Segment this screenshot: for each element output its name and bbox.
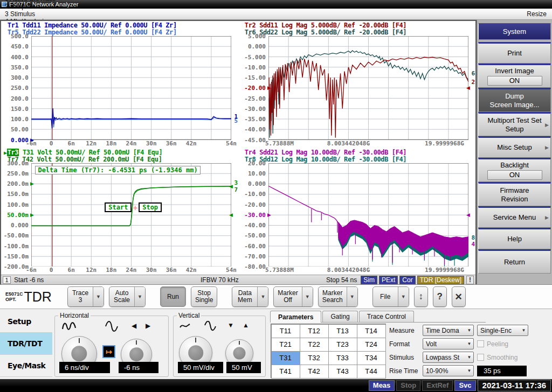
file-button[interactable]: File▼ bbox=[372, 286, 409, 307]
softkey-state: ON bbox=[487, 76, 542, 86]
softkey-dump-screen-image-[interactable]: DumpScreen Image... bbox=[478, 88, 551, 112]
status-badges: SimPExtCorTDR [Deskew] bbox=[359, 276, 464, 284]
smoothing-checkbox[interactable]: Smoothing bbox=[477, 354, 518, 361]
tab-trace-control[interactable]: Trace Control bbox=[359, 311, 414, 322]
stimulus-stop: Stop 54 ns bbox=[326, 276, 357, 284]
softkey-system[interactable]: System bbox=[478, 23, 551, 40]
scroll-left-icon[interactable]: ◀ bbox=[132, 322, 136, 330]
tparam-cell-t33[interactable]: T33 bbox=[328, 351, 357, 365]
tparam-cell-t41[interactable]: T41 bbox=[271, 365, 300, 379]
dropdown-arrow-icon: ▼ bbox=[465, 341, 473, 346]
y-tick-label: 10.00 bbox=[248, 170, 266, 177]
plots-area: Tr1 Tdd11 Impedance 50.00U/ Ref 0.000U [… bbox=[0, 20, 477, 284]
x-tick-label: 19.9999968G bbox=[425, 267, 464, 274]
menu-item-3[interactable]: 3 Stimulus bbox=[0, 10, 60, 18]
tparam-cell-t14[interactable]: T14 bbox=[357, 324, 386, 338]
scroll-up-icon[interactable]: ▲ bbox=[243, 321, 249, 329]
time-doma-dropdown[interactable]: Time Doma▼ bbox=[423, 325, 474, 336]
tparam-cell-t42[interactable]: T42 bbox=[300, 365, 329, 379]
menu-resize[interactable]: Resize bbox=[521, 10, 552, 18]
start-gate-flag[interactable]: Start bbox=[105, 202, 132, 212]
tparam-cell-t23[interactable]: T23 bbox=[328, 338, 357, 352]
data-mem-button[interactable]: DataMem▼ bbox=[232, 286, 268, 307]
multi-wave-icon bbox=[61, 321, 78, 334]
badge-cor: Cor bbox=[399, 276, 415, 284]
x-axis-labels: 5.73888M8.003442048G19.9999968G bbox=[268, 267, 468, 275]
menu-item-2[interactable]: 2 Response bbox=[0, 3, 60, 10]
offset-map-icon[interactable]: ↦ bbox=[102, 345, 115, 358]
peeling-checkbox[interactable]: Peeling bbox=[477, 340, 508, 348]
y-tick-label: -10.00 bbox=[244, 191, 266, 198]
help-button[interactable]: ? bbox=[433, 286, 447, 307]
parameters-panel: ParametersGatingTrace Control T11T12T13T… bbox=[270, 311, 486, 379]
stop-gate-flag[interactable]: Stop bbox=[139, 202, 162, 212]
single-enc-dropdown[interactable]: Single-Enc▼ bbox=[477, 325, 528, 336]
y-tick-label: -80.00 bbox=[244, 263, 266, 270]
param-label: Measure bbox=[389, 327, 423, 334]
softkey-label: Misc Setup bbox=[497, 143, 532, 152]
softkey-print[interactable]: Print bbox=[478, 42, 551, 64]
y-tick-label: 250.0m bbox=[7, 170, 29, 177]
softkey-return[interactable]: Return bbox=[478, 249, 551, 274]
nav-tab-setup[interactable]: Setup bbox=[0, 311, 52, 333]
trace-headers: Tr1 Tdd11 Impedance 50.00U/ Ref 0.000U [… bbox=[1, 21, 238, 36]
param-label: Rise Time bbox=[389, 367, 423, 375]
y-tick-label: -30.00 bbox=[244, 211, 266, 218]
updown-button[interactable]: ↕ bbox=[414, 286, 428, 307]
trace-header: Tr5 Tdd22 Impedance 50.00U/ Ref 0.000U [… bbox=[4, 29, 238, 36]
trace-3-button[interactable]: Trace3▼ bbox=[67, 286, 104, 307]
button-label-line: Mem bbox=[236, 297, 253, 304]
x-tick-label: 0 bbox=[50, 140, 53, 147]
tparam-cell-t13[interactable]: T13 bbox=[328, 324, 357, 338]
tparam-cell-t32[interactable]: T32 bbox=[300, 351, 329, 365]
softkey-label: Backlight bbox=[500, 161, 529, 170]
softkey-invert-image[interactable]: Invert ImageON bbox=[478, 64, 551, 88]
tparam-cell-t34[interactable]: T34 bbox=[357, 351, 386, 365]
10-90--dropdown[interactable]: 10-90%▼ bbox=[423, 365, 474, 376]
y-tick-label: 0.000 bbox=[11, 222, 29, 229]
volt-dropdown[interactable]: Volt▼ bbox=[423, 338, 474, 349]
stop-single-button[interactable]: StopSingle bbox=[191, 286, 217, 307]
y-tick-label: -15.00 bbox=[244, 74, 266, 81]
x-tick-label: 12n bbox=[86, 140, 96, 147]
tparam-cell-t21[interactable]: T21 bbox=[271, 338, 300, 352]
trace-params: T31 Volt 50.00mU/ Ref 50.00mU [F4 Equ] bbox=[19, 149, 162, 156]
softkey-service-menu[interactable]: Service Menu▶ bbox=[478, 206, 551, 228]
softkey-multiport-test-set-setup[interactable]: Multiport Test SetSetup▶ bbox=[478, 112, 551, 136]
softkey-firmware-revision[interactable]: FirmwareRevision bbox=[478, 182, 551, 206]
tparam-cell-t43[interactable]: T43 bbox=[328, 365, 357, 379]
plot-canvas: ▶▶◀◀37Delta Time (Tr7): -6.4531 ps (-1.9… bbox=[31, 163, 231, 267]
tparam-cell-t24[interactable]: T24 bbox=[357, 338, 386, 352]
trace-number-marker: 7 bbox=[234, 187, 238, 192]
scroll-right-icon[interactable]: ▶ bbox=[146, 322, 150, 330]
checkbox-label: Smoothing bbox=[487, 354, 518, 361]
tab-parameters[interactable]: Parameters bbox=[270, 311, 321, 323]
softkey-misc-setup[interactable]: Misc Setup▶ bbox=[478, 136, 551, 158]
plot-canvas: ▶15 bbox=[31, 36, 231, 140]
tparam-cell-t22[interactable]: T22 bbox=[300, 338, 329, 352]
button-label-line: Search bbox=[322, 297, 343, 304]
lowpass-st-dropdown[interactable]: Lowpass St▼ bbox=[423, 352, 474, 363]
y-axis-labels: 300.0m250.0m200.0m150.0m100.0m50.00m0.00… bbox=[1, 163, 31, 267]
badge-sim: Sim bbox=[361, 276, 377, 284]
tparam-cell-t31[interactable]: T31 bbox=[271, 351, 300, 365]
tparam-cell-t12[interactable]: T12 bbox=[300, 324, 329, 338]
softkey-backlight[interactable]: BacklightON bbox=[478, 158, 551, 182]
plot-body: 20.0010.000.000-10.00-20.00-30.00-40.00-… bbox=[238, 163, 475, 267]
close-button[interactable]: ✕ bbox=[452, 286, 466, 307]
tab-gating[interactable]: Gating bbox=[322, 311, 357, 322]
nav-tab-tdr-tdt[interactable]: TDR/TDT bbox=[0, 333, 52, 355]
trace-params: Sdd21 Log Mag 10.00dB/ Ref -30.00dB [F4] bbox=[256, 149, 406, 156]
y-tick-label: -45.00 bbox=[244, 136, 266, 143]
dropdown-value: Single-Enc bbox=[478, 327, 520, 334]
marker-search-button[interactable]: MarkerSearch▼ bbox=[318, 286, 358, 307]
marker-off-button[interactable]: MarkerOff▼ bbox=[273, 286, 313, 307]
auto-scale-button[interactable]: AutoScale▼ bbox=[109, 286, 146, 307]
scroll-down-icon[interactable]: ▼ bbox=[227, 321, 234, 329]
softkey-help[interactable]: Help bbox=[478, 228, 551, 249]
run-button[interactable]: Run bbox=[160, 286, 186, 307]
tparam-cell-t44[interactable]: T44 bbox=[357, 365, 386, 379]
tparam-cell-t11[interactable]: T11 bbox=[271, 324, 300, 338]
nav-tab-eye-mask[interactable]: Eye/Mask bbox=[0, 355, 52, 377]
y-tick-label: 100.0 bbox=[11, 116, 29, 123]
